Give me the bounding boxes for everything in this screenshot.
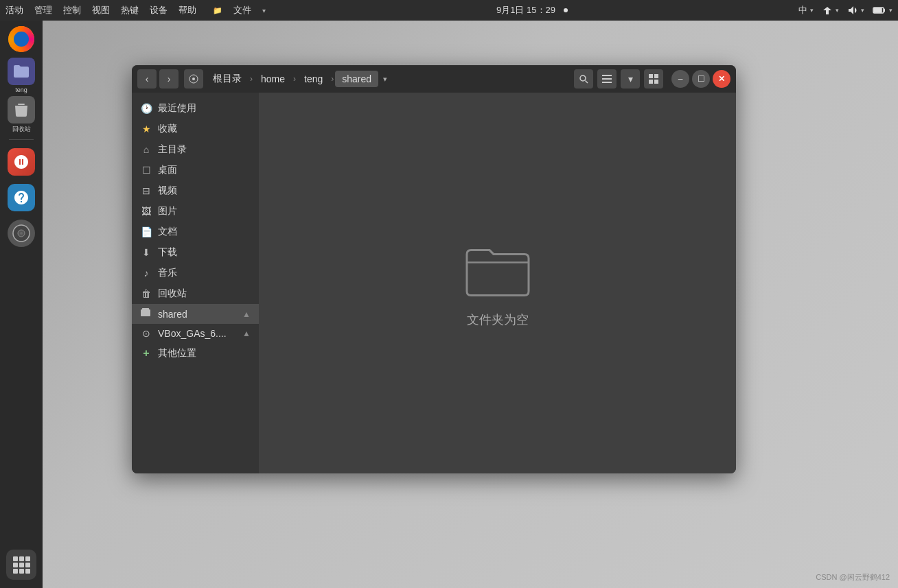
panel-file-menu[interactable]: 文件 (233, 4, 251, 16)
shared-icon (140, 308, 152, 320)
dock-item-files[interactable]: teng (5, 58, 38, 93)
breadcrumb-root-icon[interactable] (184, 69, 203, 89)
panel-right: 中 ▾ ▾ ▾ ▾ (798, 4, 893, 16)
sidebar-item-videos[interactable]: ⊟ 视频 (132, 180, 259, 201)
sidebar-item-trash[interactable]: 🗑 回收站 (132, 283, 259, 304)
sidebar-item-music[interactable]: ♪ 音乐 (132, 263, 259, 283)
breadcrumb-home[interactable]: home (254, 71, 292, 87)
sidebar-home-label: 主目录 (158, 143, 251, 156)
grid-view-button[interactable] (644, 69, 663, 89)
panel-help[interactable]: 帮助 (179, 4, 196, 16)
sidebar-desktop-label: 桌面 (158, 164, 251, 176)
cd-icon (8, 220, 35, 247)
dock-item-appstore[interactable] (5, 145, 38, 178)
empty-folder-icon (463, 239, 532, 301)
downloads-icon: ⬇ (140, 247, 152, 258)
panel-view[interactable]: 视图 (92, 4, 110, 16)
dock-label-trash: 回收站 (12, 125, 31, 134)
shared-eject-button[interactable]: ▲ (242, 309, 251, 319)
panel-control[interactable]: 控制 (63, 4, 81, 16)
titlebar-actions: ▾ (574, 69, 663, 89)
trash-icon (8, 96, 35, 124)
vbox-icon: ⊙ (140, 328, 152, 339)
view-options-button[interactable]: ▾ (621, 69, 640, 89)
panel-left: 活动 管理 控制 视图 热键 设备 帮助 📁 文件 ▾ (5, 4, 266, 16)
svg-rect-15 (654, 74, 658, 78)
breadcrumb-dropdown[interactable]: ▾ (378, 69, 392, 89)
minimize-button[interactable]: – (671, 70, 689, 88)
forward-button[interactable]: › (159, 69, 179, 89)
lang-indicator[interactable]: 中 ▾ (798, 4, 814, 16)
dock-item-cd[interactable] (5, 217, 38, 250)
maximize-button[interactable]: ☐ (692, 70, 710, 88)
breadcrumb-sep-2: › (292, 74, 297, 84)
panel-device[interactable]: 设备 (150, 4, 168, 16)
svg-point-8 (192, 78, 195, 80)
files-icon (8, 58, 35, 85)
window-body: 🕐 最近使用 ★ 收藏 ⌂ 主目录 ☐ 桌面 ⊟ 视频 (132, 93, 736, 473)
svg-rect-11 (602, 75, 612, 76)
panel-clock[interactable]: 9月1日 15：29 (496, 4, 555, 16)
file-manager-window: ‹ › 根目录 › home › teng › shared ▾ ▾ (132, 65, 736, 473)
apps-grid-icon (13, 556, 30, 574)
svg-rect-16 (649, 80, 653, 84)
sidebar-item-downloads[interactable]: ⬇ 下载 (132, 242, 259, 263)
panel-manage[interactable]: 管理 (34, 4, 52, 16)
svg-rect-2 (19, 108, 21, 114)
apps-grid-button[interactable] (6, 550, 36, 580)
breadcrumb-shared[interactable]: shared (335, 71, 378, 87)
sidebar-item-recent[interactable]: 🕐 最近使用 (132, 98, 259, 119)
csdn-watermark: CSDN @闲云野鹤412 (816, 572, 890, 583)
breadcrumb-bar: 根目录 › home › teng › shared ▾ (184, 69, 568, 89)
breadcrumb-teng[interactable]: teng (297, 71, 330, 87)
appstore-icon (8, 148, 35, 176)
network-indicator[interactable]: ▾ (822, 5, 839, 15)
top-panel: 活动 管理 控制 视图 热键 设备 帮助 📁 文件 ▾ 9月1日 15：29 中… (0, 0, 898, 21)
activities-button[interactable]: 活动 (5, 4, 23, 16)
bookmarks-icon: ★ (140, 124, 152, 134)
recent-icon: 🕐 (140, 103, 152, 114)
svg-rect-14 (649, 74, 653, 78)
dock-item-firefox[interactable] (5, 26, 38, 52)
sidebar-item-home[interactable]: ⌂ 主目录 (132, 139, 259, 160)
list-view-button[interactable] (597, 69, 617, 89)
dock-item-trash[interactable]: 回收站 (5, 96, 38, 134)
main-content: 文件夹为空 (259, 93, 736, 473)
vbox-eject-button[interactable]: ▲ (242, 329, 251, 338)
back-button[interactable]: ‹ (137, 69, 157, 89)
breadcrumb-root[interactable]: 根目录 (206, 70, 249, 88)
svg-rect-3 (23, 108, 24, 114)
sidebar-pictures-label: 图片 (158, 205, 251, 217)
window-controls: – ☐ ✕ (671, 70, 730, 88)
sidebar-item-vbox[interactable]: ⊙ VBox_GAs_6.... ▲ (132, 324, 259, 343)
pictures-icon: 🖼 (140, 206, 152, 217)
volume-indicator[interactable]: ▾ (847, 5, 864, 15)
videos-icon: ⊟ (140, 185, 152, 196)
sidebar-trash-label: 回收站 (158, 287, 251, 300)
dock-item-help[interactable] (5, 181, 38, 214)
sidebar-item-shared[interactable]: shared ▲ (132, 304, 259, 324)
empty-folder-text: 文件夹为空 (467, 311, 529, 328)
dock: teng 回收站 (0, 21, 43, 588)
sidebar-item-other[interactable]: + 其他位置 (132, 343, 259, 364)
svg-rect-13 (602, 82, 612, 83)
desktop-icon: ☐ (140, 165, 152, 176)
panel-hotkey[interactable]: 热键 (121, 4, 139, 16)
lang-chevron: ▾ (810, 7, 814, 14)
svg-rect-1 (874, 8, 882, 12)
sidebar-vbox-label: VBox_GAs_6.... (158, 328, 237, 339)
panel-folder-icon: 📁 (213, 6, 222, 15)
sidebar-trash-icon: 🗑 (140, 288, 152, 299)
sidebar-videos-label: 视频 (158, 185, 251, 197)
sidebar-item-documents[interactable]: 📄 文档 (132, 222, 259, 242)
sidebar-item-pictures[interactable]: 🖼 图片 (132, 201, 259, 222)
search-button[interactable] (574, 69, 593, 89)
sidebar-other-label: 其他位置 (158, 347, 251, 360)
svg-point-9 (580, 75, 586, 81)
sidebar-item-desktop[interactable]: ☐ 桌面 (132, 160, 259, 180)
sidebar-bookmarks-label: 收藏 (158, 123, 251, 135)
panel-center: 9月1日 15：29 (496, 4, 568, 16)
battery-indicator[interactable]: ▾ (873, 6, 893, 14)
close-button[interactable]: ✕ (713, 70, 730, 88)
sidebar-item-bookmarks[interactable]: ★ 收藏 (132, 119, 259, 139)
